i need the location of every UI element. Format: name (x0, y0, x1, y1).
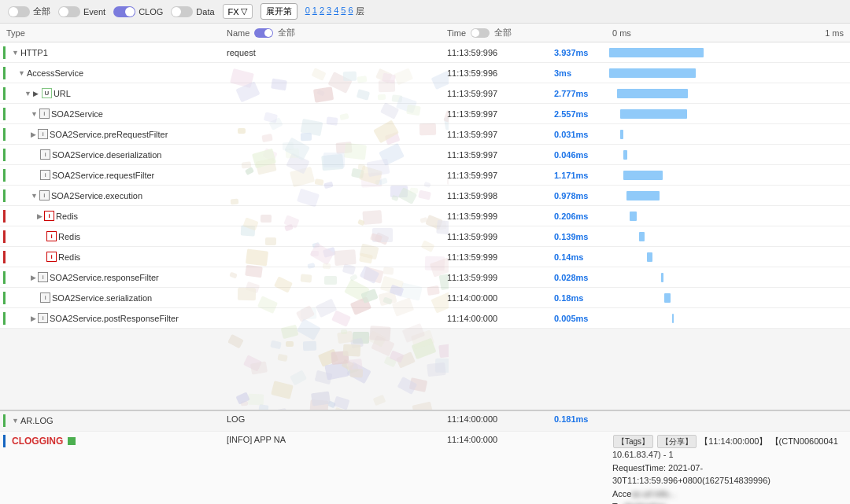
toggle-data[interactable]: Data (171, 6, 214, 17)
layer-4[interactable]: 4 (334, 6, 338, 17)
row-type-deserialization: i SOA2Service.deserialization (0, 149, 220, 161)
redis-icon: i (46, 231, 57, 241)
bar-fill (664, 293, 671, 303)
bar-fill (617, 89, 688, 98)
arrow-icon[interactable] (31, 315, 36, 322)
row-type-url: ▶ U URL (0, 87, 220, 100)
bar-fill (620, 109, 687, 119)
row-time: 11:14:00:000 (441, 293, 551, 303)
arrow-icon[interactable] (31, 274, 36, 281)
arlog-row[interactable]: AR.LOG LOG 11:14:00:000 0.181ms (0, 411, 850, 432)
row-bar (606, 145, 850, 164)
toggle-event-track[interactable] (58, 6, 80, 17)
expand-button[interactable]: 展开第 (261, 3, 298, 20)
name-toggle-track[interactable] (254, 28, 273, 38)
table-row[interactable]: i SOA2Service.requestFilter 11:13:59:997… (0, 165, 850, 186)
layer-5[interactable]: 5 (341, 6, 346, 17)
row-bar (606, 83, 850, 103)
left-bar (3, 169, 6, 182)
bar-fill (623, 150, 627, 160)
layer-suffix: 层 (356, 6, 364, 17)
time-toggle-track[interactable] (471, 28, 490, 38)
soa-icon: i (40, 149, 50, 160)
row-bar (606, 267, 850, 287)
row-time: 11:13:59:999 (441, 252, 551, 262)
table-row[interactable]: AccessService 11:13:59:996 3ms (0, 63, 850, 83)
row-type-prerequest: i SOA2Service.preRequestFilter (0, 128, 220, 141)
table-row[interactable]: i Redis 11:13:59:999 0.14ms (0, 247, 850, 267)
arrow-icon[interactable] (31, 131, 36, 138)
row-duration: 3ms (551, 68, 606, 78)
left-bar (3, 230, 6, 243)
share-btn[interactable]: 【分享】 (657, 435, 697, 448)
row-bar (606, 206, 850, 226)
table-row[interactable]: i SOA2Service 11:13:59:997 2.557ms (0, 104, 850, 124)
table-row[interactable]: i Redis 11:13:59:999 0.206ms (0, 206, 850, 226)
arrow-icon[interactable] (12, 49, 19, 57)
row-type-redis2: i Redis (0, 230, 220, 243)
table-header: Type Name 全部 Time 全部 0 ms 1 ms (0, 24, 850, 42)
arrow-icon[interactable] (31, 110, 38, 118)
table-row[interactable]: i SOA2Service.preRequestFilter 11:13:59:… (0, 124, 850, 145)
toggle-data-track[interactable] (171, 6, 193, 17)
name-toggle-label: 全部 (278, 27, 295, 39)
toggle-clog[interactable]: CLOG (113, 6, 163, 17)
row-type-serialization: i SOA2Service.serialization (0, 292, 220, 304)
table-row[interactable]: i SOA2Service.serialization 11:14:00:000… (0, 288, 850, 308)
layer-6[interactable]: 6 (348, 6, 353, 17)
toggle-all-label: 全部 (33, 6, 50, 17)
arrow-icon[interactable] (31, 192, 38, 200)
row-time: 11:13:59:998 (441, 191, 551, 200)
soa-icon: i (40, 292, 50, 303)
table-row[interactable]: i SOA2Service.responseFilter 11:13:59:99… (0, 267, 850, 288)
toggle-all[interactable]: 全部 (8, 6, 50, 17)
arrow-icon[interactable] (12, 417, 19, 425)
arlog-name: LOG (220, 411, 441, 427)
redis-icon: i (44, 211, 54, 221)
fx-button[interactable]: FX ▽ (223, 4, 253, 19)
arrow-icon[interactable] (18, 69, 25, 77)
soa-icon: i (39, 190, 50, 200)
row-time: 11:13:59:997 (441, 130, 551, 139)
table-row[interactable]: i SOA2Service.postResponseFilter 11:14:0… (0, 308, 850, 329)
toggle-all-track[interactable] (8, 6, 30, 17)
left-bar (3, 435, 6, 447)
clogging-detail-time: 【11:14:00:000】 (700, 436, 767, 446)
layer-0[interactable]: 0 (305, 6, 310, 17)
table-row[interactable]: ▶ U URL 11:13:59:997 2.777ms (0, 83, 850, 104)
row-type-responsefilter: i SOA2Service.responseFilter (0, 271, 220, 284)
table-row[interactable]: i SOA2Service.execution 11:13:59:998 0.9… (0, 186, 850, 206)
row-duration: 2.557ms (551, 109, 606, 119)
header-type: Type (0, 28, 220, 38)
table-row[interactable]: i Redis 11:13:59:999 0.139ms (0, 226, 850, 247)
row-duration: 2.777ms (551, 89, 606, 98)
row-duration: 0.18ms (551, 293, 606, 303)
main-content: Type Name 全部 Time 全部 0 ms 1 ms (0, 24, 850, 504)
arrow-icon[interactable] (37, 212, 42, 220)
arrow-icon[interactable] (24, 90, 31, 97)
tags-btn[interactable]: 【Tags】 (613, 435, 653, 448)
bar-fill (630, 212, 637, 221)
layer-1[interactable]: 1 (312, 6, 317, 17)
layer-3[interactable]: 3 (327, 6, 331, 17)
left-bar (3, 312, 6, 325)
left-bar (3, 271, 6, 284)
row-duration: 0.046ms (551, 150, 606, 160)
layer-2[interactable]: 2 (320, 6, 324, 17)
row-bar (606, 247, 850, 267)
toggle-clog-track[interactable] (113, 6, 135, 17)
rows-container[interactable]: HTTP1 request 11:13:59:996 3.937ms Acces… (0, 42, 850, 410)
table-row[interactable]: HTTP1 request 11:13:59:996 3.937ms (0, 42, 850, 63)
clogging-acce: Access url info... (612, 487, 844, 501)
clogging-row[interactable]: CLOGGING [INFO] APP NA 11:14:00:000 【Tag… (0, 432, 850, 504)
row-duration: 0.005ms (551, 314, 606, 323)
play-icon: ▶ (33, 90, 39, 97)
layer-links: 0 1 2 3 4 5 6 层 (305, 6, 364, 17)
row-duration: 0.206ms (551, 212, 606, 221)
left-bar (3, 149, 6, 161)
table-row[interactable]: i SOA2Service.deserialization 11:13:59:9… (0, 145, 850, 165)
row-duration: 0.028ms (551, 273, 606, 282)
toggle-event[interactable]: Event (58, 6, 105, 17)
soa-icon: i (39, 109, 50, 119)
row-type-accessservice: AccessService (0, 67, 220, 79)
